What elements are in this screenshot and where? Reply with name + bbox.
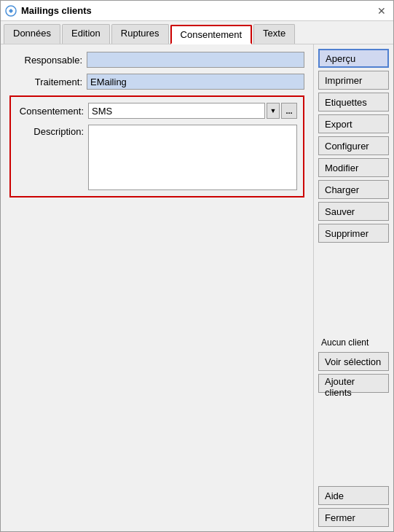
traitement-label: Traitement: bbox=[9, 77, 82, 87]
description-row: Description: bbox=[17, 125, 297, 190]
svg-point-1 bbox=[9, 9, 12, 12]
close-button[interactable]: ✕ bbox=[374, 4, 389, 18]
dots-button[interactable]: ... bbox=[281, 103, 297, 119]
ajouter-clients-button[interactable]: Ajouter clients bbox=[318, 374, 389, 393]
tab-consentement[interactable]: Consentement bbox=[170, 25, 253, 44]
consentement-select-wrapper: SMS Email Courrier ▼ ... bbox=[88, 103, 297, 119]
voir-selection-button[interactable]: Voir sélection bbox=[318, 352, 389, 371]
export-button[interactable]: Export bbox=[318, 114, 389, 133]
traitement-row: Traitement: bbox=[9, 74, 304, 90]
modifier-button[interactable]: Modifier bbox=[318, 158, 389, 177]
sauver-button[interactable]: Sauver bbox=[318, 202, 389, 221]
main-window: Mailings clients ✕ Données Edition Ruptu… bbox=[0, 0, 394, 532]
tab-edition[interactable]: Edition bbox=[62, 24, 110, 44]
window-title: Mailings clients bbox=[21, 5, 92, 16]
consentement-row: Consentement: SMS Email Courrier ▼ ... bbox=[17, 103, 297, 119]
consent-section: Consentement: SMS Email Courrier ▼ ... D… bbox=[9, 95, 304, 197]
tab-bar: Données Edition Ruptures Consentement Te… bbox=[1, 21, 393, 44]
tab-texte[interactable]: Texte bbox=[253, 24, 295, 44]
title-bar: Mailings clients ✕ bbox=[1, 1, 393, 21]
fermer-button[interactable]: Fermer bbox=[318, 508, 389, 527]
main-panel: Responsable: Traitement: Consentement: S… bbox=[1, 44, 313, 531]
consentement-label: Consentement: bbox=[17, 106, 84, 117]
description-label: Description: bbox=[17, 125, 84, 137]
sidebar: Aperçu Imprimer Etiquettes Export Config… bbox=[313, 44, 393, 531]
tab-ruptures[interactable]: Ruptures bbox=[111, 24, 169, 44]
title-bar-left: Mailings clients bbox=[5, 5, 92, 17]
apercu-button[interactable]: Aperçu bbox=[318, 49, 389, 68]
aucun-label: Aucun client bbox=[318, 336, 389, 349]
responsable-row: Responsable: bbox=[9, 52, 304, 68]
imprimer-button[interactable]: Imprimer bbox=[318, 71, 389, 90]
content-area: Responsable: Traitement: Consentement: S… bbox=[1, 44, 393, 531]
aide-button[interactable]: Aide bbox=[318, 486, 389, 505]
responsable-label: Responsable: bbox=[9, 55, 82, 66]
sidebar-bottom: Aide Fermer bbox=[318, 486, 389, 527]
configurer-button[interactable]: Configurer bbox=[318, 136, 389, 155]
consentement-select[interactable]: SMS Email Courrier bbox=[88, 103, 265, 119]
responsable-input[interactable] bbox=[87, 52, 304, 68]
charger-button[interactable]: Charger bbox=[318, 180, 389, 199]
app-icon bbox=[5, 5, 17, 17]
supprimer-button[interactable]: Supprimer bbox=[318, 224, 389, 243]
etiquettes-button[interactable]: Etiquettes bbox=[318, 93, 389, 112]
tab-donnees[interactable]: Données bbox=[4, 24, 60, 44]
description-textarea[interactable] bbox=[88, 125, 297, 190]
traitement-input[interactable] bbox=[87, 74, 304, 90]
select-arrow-button[interactable]: ▼ bbox=[267, 103, 280, 119]
